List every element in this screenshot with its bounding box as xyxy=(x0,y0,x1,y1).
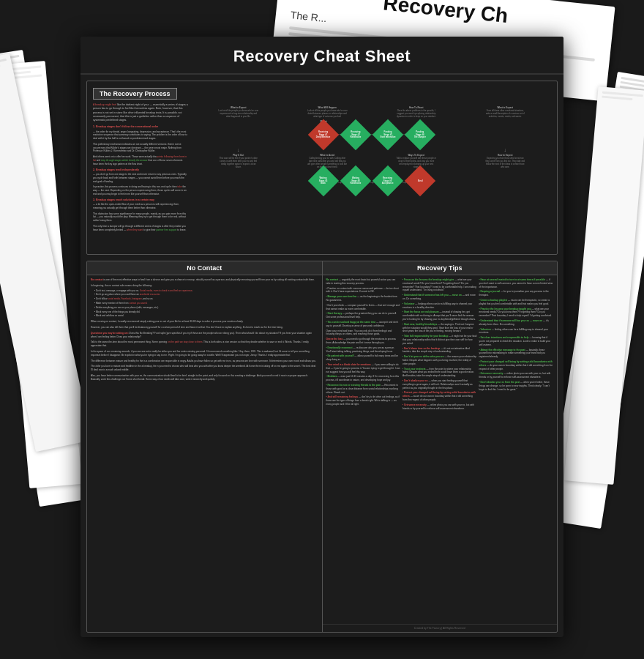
recovery-process-title: The Recovery Process xyxy=(93,88,177,100)
process-content: A breakup might feel like the darkest ni… xyxy=(93,103,551,250)
arrow-row: ↓ ↓ xyxy=(194,147,550,152)
bottom-diamond-row: WaitingStage #5Back → WaitingStage #6Rat… xyxy=(312,170,431,192)
no-contact-body: No contact is one of the most effective … xyxy=(87,275,322,632)
main-sheet: Recovery Cheat Sheet The Recovery Proces… xyxy=(80,37,564,637)
node-2: . ReceivingStage #2Rationalize xyxy=(345,120,367,146)
sheet-body: The Recovery Process A breakup might fee… xyxy=(80,75,564,637)
node-5: WaitingStage #5Back xyxy=(312,170,334,192)
tips-col-1: No contact — arguably the most basic but… xyxy=(326,278,401,621)
label-4: What to Expect From all these other emot… xyxy=(485,106,525,118)
sheet-header: Recovery Cheat Sheet xyxy=(80,37,564,75)
blabel-2: What to Avoid Calling/texting your ex wi… xyxy=(307,154,348,168)
recovery-tips-header: Recovery Tips xyxy=(323,261,558,275)
node-start: Start ReceivingStage #1Deny/Minimize xyxy=(312,119,334,146)
recovery-tips-title: Recovery Tips xyxy=(329,264,552,272)
label-2: What Will Happen Look at all the people … xyxy=(307,106,348,118)
top-label-row: What to Expect Look at all the people yo… xyxy=(194,106,550,118)
tips-col-2: • Focus on the lessons the breakup might… xyxy=(402,278,477,621)
blabel-4: How to Expect Expecting you from those w… xyxy=(485,154,525,168)
blabel-3: Ways To Expect Talk to replace yourself … xyxy=(396,154,436,168)
blabel-1: Play It Out This case will be fine if yo… xyxy=(218,154,258,168)
no-contact-column: No Contact No contact is one of the most… xyxy=(87,261,323,632)
node-3: . PendingStage #3Start rationalize xyxy=(377,120,399,146)
no-contact-tips-list: • Don't text, message, or engage with yo… xyxy=(91,289,318,319)
tips-col-3: • Have at several trusted to turn to at … xyxy=(479,278,554,621)
scene: Recovery Ch The R... xyxy=(0,0,644,659)
label-3: How To React Once the above problems to … xyxy=(396,106,436,118)
process-text-column: A breakup might feel like the darkest ni… xyxy=(93,103,188,250)
bottom-section: No Contact No contact is one of the most… xyxy=(86,261,558,633)
flow-diagram: What to Expect Look at all the people yo… xyxy=(192,103,551,250)
bottom-label-row: Play It Out This case will be fine if yo… xyxy=(194,154,550,168)
recovery-tips-body: No contact — arguably the most basic but… xyxy=(323,275,558,624)
node-6: WaitingStage #6Rationalize xyxy=(345,170,367,192)
no-contact-header: No Contact xyxy=(87,261,322,275)
node-4: . PendingStage #4The Dumper xyxy=(409,120,431,146)
recovery-process-section: The Recovery Process A breakup might fee… xyxy=(86,81,558,255)
sheet-title: Recovery Cheat Sheet xyxy=(88,47,556,66)
recovery-tips-column: Recovery Tips No contact — arguably the … xyxy=(323,261,558,632)
sheet-footer: Created by The Factory | All Rights Rese… xyxy=(323,624,558,632)
node-end: End xyxy=(409,170,431,192)
top-diamond-row: Start ReceivingStage #1Deny/Minimize → .… xyxy=(312,119,431,146)
node-7: ReceivingStage #6Acceptance xyxy=(377,170,399,192)
label-1: What to Expect Look at all the people yo… xyxy=(218,106,258,118)
no-contact-title: No Contact xyxy=(93,264,316,272)
